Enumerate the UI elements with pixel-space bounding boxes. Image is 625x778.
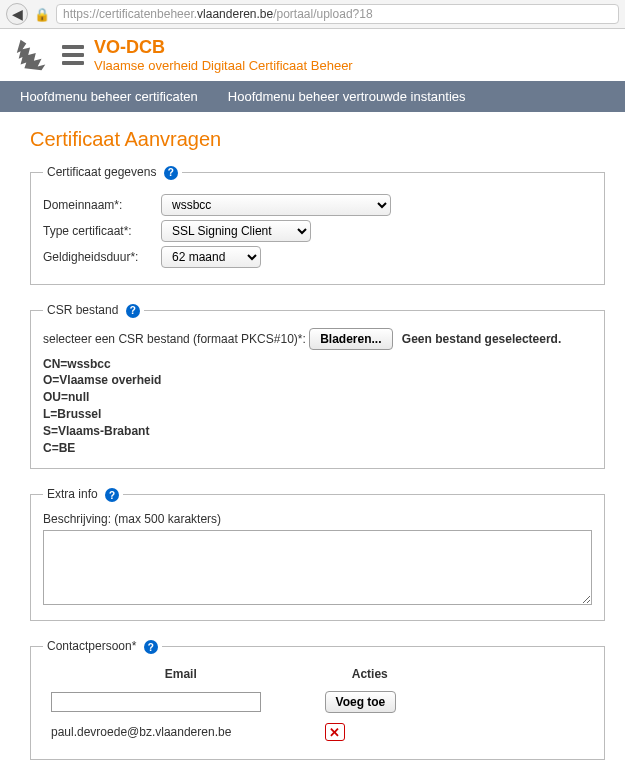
csr-ou: OU=null xyxy=(43,389,592,406)
email-input[interactable] xyxy=(51,692,261,712)
hamburger-icon[interactable] xyxy=(62,45,84,65)
section-certificate-data: Certificaat gegevens ? Domeinnaam*: wssb… xyxy=(30,165,605,285)
description-textarea[interactable] xyxy=(43,530,592,605)
help-icon[interactable]: ? xyxy=(126,304,140,318)
csr-c: C=BE xyxy=(43,440,592,457)
delete-contact-button[interactable]: ✕ xyxy=(325,723,345,741)
lock-icon: 🔒 xyxy=(34,7,50,22)
app-name: VO-DCB xyxy=(94,37,353,58)
app-subtitle: Vlaamse overheid Digitaal Certificaat Be… xyxy=(94,58,353,73)
app-header: VO-DCB Vlaamse overheid Digitaal Certifi… xyxy=(0,29,625,81)
csr-o: O=Vlaamse overheid xyxy=(43,372,592,389)
url-field[interactable]: https://certificatenbeheer.vlaanderen.be… xyxy=(56,4,619,24)
domain-label: Domeinnaam*: xyxy=(43,198,153,212)
domain-select[interactable]: wssbcc xyxy=(161,194,391,216)
section-contact: Contactpersoon* ? Email Acties Voeg toe … xyxy=(30,639,605,760)
col-email: Email xyxy=(45,666,317,685)
page-title: Certificaat Aanvragen xyxy=(30,128,605,151)
csr-cn: CN=wssbcc xyxy=(43,356,592,373)
browse-button[interactable]: Bladeren... xyxy=(309,328,392,350)
description-label: Beschrijving: (max 500 karakters) xyxy=(43,512,592,526)
legend-cert: Certificaat gegevens xyxy=(47,165,156,179)
section-csr: CSR bestand ? selecteer een CSR bestand … xyxy=(30,303,605,470)
add-contact-button[interactable]: Voeg toe xyxy=(325,691,397,713)
flanders-lion-logo xyxy=(12,35,52,75)
type-label: Type certificaat*: xyxy=(43,224,153,238)
no-file-label: Geen bestand geselecteerd. xyxy=(402,332,561,346)
csr-l: L=Brussel xyxy=(43,406,592,423)
legend-extra: Extra info xyxy=(47,487,98,501)
url-path: /portaal/upload?18 xyxy=(273,7,372,21)
nav-item-trusted[interactable]: Hoofdmenu beheer vertrouwde instanties xyxy=(228,89,466,104)
url-domain: vlaanderen.be xyxy=(197,7,273,21)
col-actions: Acties xyxy=(319,666,421,685)
url-prefix: https://certificatenbeheer. xyxy=(63,7,197,21)
section-extra-info: Extra info ? Beschrijving: (max 500 kara… xyxy=(30,487,605,621)
main-nav: Hoofdmenu beheer certificaten Hoofdmenu … xyxy=(0,81,625,112)
contact-new-row: Voeg toe xyxy=(45,687,421,717)
contact-existing-row: paul.devroede@bz.vlaanderen.be ✕ xyxy=(45,719,421,745)
back-button[interactable]: ◀ xyxy=(6,3,28,25)
duration-select[interactable]: 62 maand xyxy=(161,246,261,268)
type-select[interactable]: SSL Signing Client xyxy=(161,220,311,242)
nav-item-certificates[interactable]: Hoofdmenu beheer certificaten xyxy=(20,89,198,104)
contact-email: paul.devroede@bz.vlaanderen.be xyxy=(45,719,317,745)
help-icon[interactable]: ? xyxy=(164,166,178,180)
csr-instruction: selecteer een CSR bestand (formaat PKCS#… xyxy=(43,332,306,346)
csr-s: S=Vlaams-Brabant xyxy=(43,423,592,440)
legend-csr: CSR bestand xyxy=(47,303,118,317)
legend-contact: Contactpersoon* xyxy=(47,639,136,653)
help-icon[interactable]: ? xyxy=(144,640,158,654)
help-icon[interactable]: ? xyxy=(105,488,119,502)
browser-url-bar: ◀ 🔒 https://certificatenbeheer.vlaandere… xyxy=(0,0,625,29)
duration-label: Geldigheidsduur*: xyxy=(43,250,153,264)
